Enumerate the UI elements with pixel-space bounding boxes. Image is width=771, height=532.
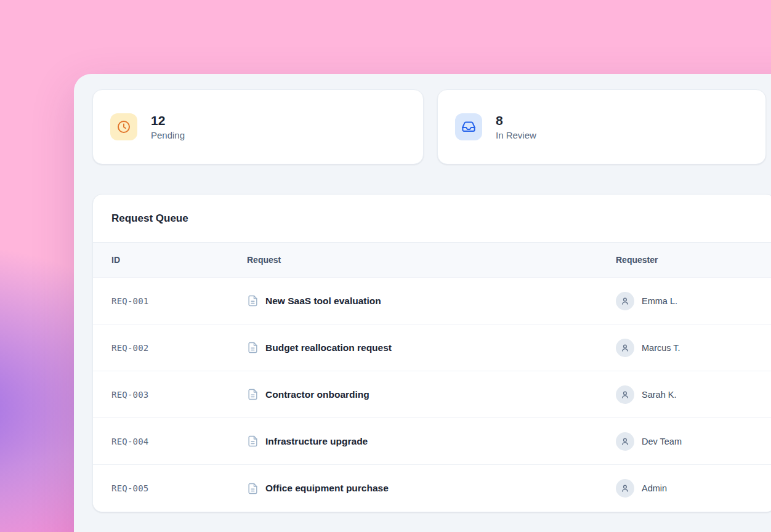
file-text-icon — [247, 342, 259, 353]
request-id: REQ-001 — [111, 296, 247, 306]
request-cell: Office equipment purchase — [247, 483, 616, 494]
request-id: REQ-002 — [111, 343, 247, 353]
inbox-icon — [455, 113, 482, 140]
request-cell: Budget reallocation request — [247, 342, 616, 353]
request-cell: Infrastructure upgrade — [247, 435, 616, 447]
requester-cell: Dev Team — [616, 432, 771, 451]
table-title-bar: Request Queue — [93, 195, 771, 243]
user-icon — [620, 483, 630, 493]
request-id: REQ-003 — [111, 390, 247, 400]
request-title: New SaaS tool evaluation — [265, 296, 381, 307]
table-row[interactable]: REQ-002 Budget reallocation request — [93, 324, 771, 371]
request-title: Budget reallocation request — [265, 342, 392, 353]
requester-cell: Marcus T. — [616, 339, 771, 357]
stats-row: 12 Pending 8 In Review — [92, 89, 766, 164]
table-row[interactable]: REQ-005 Office equipment purchase — [93, 465, 771, 512]
requester-name: Sarah K. — [642, 390, 676, 400]
request-id: REQ-004 — [111, 437, 247, 446]
column-header-id: ID — [111, 255, 247, 265]
request-title: Infrastructure upgrade — [265, 436, 368, 447]
table-title: Request Queue — [111, 212, 188, 225]
column-header-request: Request — [247, 255, 616, 265]
stat-text: 8 In Review — [496, 113, 536, 140]
requester-cell: Emma L. — [616, 292, 771, 310]
requester-name: Dev Team — [642, 437, 682, 446]
stat-card-pending: 12 Pending — [92, 89, 424, 164]
requester-cell: Admin — [616, 479, 771, 498]
file-text-icon — [247, 389, 259, 400]
stat-text: 12 Pending — [151, 113, 185, 140]
in-review-count: 8 — [496, 113, 536, 128]
column-header-requester: Requester — [616, 255, 771, 265]
avatar — [616, 385, 634, 404]
stat-card-in-review: 8 In Review — [437, 89, 766, 164]
avatar — [616, 292, 634, 310]
request-title: Office equipment purchase — [265, 483, 389, 494]
user-icon — [620, 343, 630, 353]
pending-count: 12 — [151, 113, 185, 128]
requester-name: Marcus T. — [642, 343, 680, 353]
avatar — [616, 339, 634, 357]
table-row[interactable]: REQ-003 Contractor onboarding — [93, 371, 771, 418]
app-background: 12 Pending 8 In Review Requ — [0, 0, 771, 532]
pending-label: Pending — [151, 130, 185, 140]
request-queue-card: Request Queue ID Request Requester REQ-0… — [92, 194, 771, 512]
table-row[interactable]: REQ-001 New SaaS tool evaluation — [93, 278, 771, 324]
file-text-icon — [247, 295, 259, 307]
request-title: Contractor onboarding — [265, 389, 369, 400]
dashboard-panel: 12 Pending 8 In Review Requ — [74, 74, 771, 532]
requester-name: Admin — [642, 483, 667, 493]
table-row[interactable]: REQ-004 Infrastructure upgrade — [93, 418, 771, 465]
in-review-label: In Review — [496, 130, 536, 140]
requester-name: Emma L. — [642, 296, 677, 306]
requester-cell: Sarah K. — [616, 385, 771, 404]
user-icon — [620, 296, 630, 306]
clock-icon — [110, 113, 137, 140]
file-text-icon — [247, 483, 259, 494]
file-text-icon — [247, 435, 259, 447]
avatar — [616, 432, 634, 451]
table-header-row: ID Request Requester — [93, 243, 771, 278]
request-id: REQ-005 — [111, 483, 247, 493]
request-cell: Contractor onboarding — [247, 389, 616, 400]
user-icon — [620, 390, 630, 400]
user-icon — [620, 437, 630, 446]
request-cell: New SaaS tool evaluation — [247, 295, 616, 307]
avatar — [616, 479, 634, 498]
